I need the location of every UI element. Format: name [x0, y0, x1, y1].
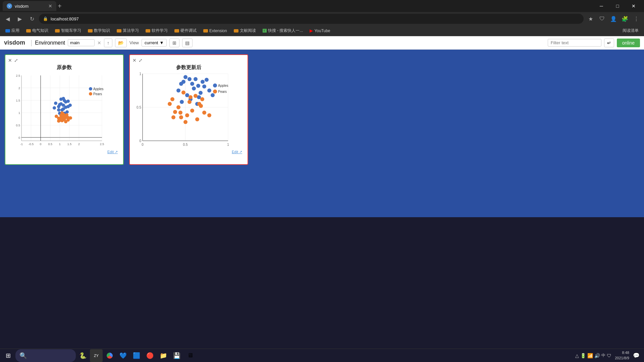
svg-text:0: 0	[142, 143, 144, 146]
panel-resize-icon[interactable]: ⤢	[14, 58, 18, 63]
svg-text:-1: -1	[20, 142, 23, 146]
env-clear-button[interactable]: ✕	[97, 40, 101, 46]
panel-controls-1: ✕ ⤢	[8, 58, 120, 63]
bookmark-kuaisou[interactable]: 🅺 快搜 - 搜索快人一...	[260, 27, 306, 34]
filter-submit-button[interactable]: ↵	[604, 39, 614, 47]
minimize-button[interactable]: ─	[594, 0, 609, 12]
view-dropdown[interactable]: current ▼	[142, 39, 167, 47]
svg-point-122	[171, 115, 175, 119]
svg-text:1: 1	[139, 72, 141, 76]
svg-point-109	[173, 110, 177, 114]
bookmark-math[interactable]: 数学知识	[85, 27, 113, 34]
scatter-chart-2: 1 0.5 0 0 0.5 1	[132, 72, 240, 154]
svg-text:1: 1	[18, 111, 20, 115]
svg-point-96	[202, 84, 206, 88]
svg-point-42	[54, 102, 57, 105]
shield-icon[interactable]: 🛡	[597, 14, 607, 24]
svg-text:2.5: 2.5	[100, 142, 104, 146]
svg-point-44	[66, 100, 70, 103]
svg-point-69	[65, 116, 68, 119]
address-bar: ◀ ▶ ↻ 🔒 localhost:8097 ★ 🛡 👤 🧩 ⋮	[0, 12, 644, 25]
toolbar-separator: |	[31, 39, 32, 47]
upload-button[interactable]: ↑	[104, 39, 112, 47]
svg-point-117	[183, 120, 187, 124]
svg-point-107	[176, 105, 180, 109]
legend-pear-label-1: Pears	[93, 92, 102, 96]
close-button[interactable]: ✕	[626, 0, 641, 12]
svg-text:0.5: 0.5	[183, 143, 188, 146]
plot-panel-updated: ✕ ⤢ 参数更新后	[129, 54, 248, 165]
svg-point-123	[200, 97, 204, 101]
panel-close-icon[interactable]: ✕	[8, 58, 12, 63]
legend-apple-dot-1	[89, 87, 92, 90]
svg-point-49	[53, 106, 56, 110]
bookmark-extension[interactable]: Extension	[201, 28, 230, 34]
svg-point-91	[176, 88, 180, 93]
apps-icon	[5, 29, 10, 33]
legend-apple-label-1: Apples	[93, 87, 104, 91]
panel-resize-icon-2[interactable]: ⤢	[139, 58, 143, 63]
visdom-logo: visdom	[4, 39, 25, 46]
legend-pear-label-2: Pears	[218, 90, 227, 94]
extension-icon[interactable]: 🧩	[620, 14, 630, 24]
svg-point-118	[207, 113, 211, 117]
new-tab-button[interactable]: +	[58, 3, 62, 9]
chart-area-2: 1 0.5 0 0 0.5 1	[132, 72, 245, 156]
bookmark-label: 数学知识	[94, 28, 110, 34]
bookmark-literature[interactable]: 文献阅读	[231, 27, 259, 34]
bookmark-youtube[interactable]: ▶ YouTube	[307, 27, 333, 34]
apples-points-2	[176, 75, 215, 106]
bookmark-star-icon[interactable]: ★	[586, 14, 596, 24]
svg-point-85	[187, 77, 192, 81]
forward-button[interactable]: ▶	[15, 14, 25, 24]
active-tab[interactable]: V visdom ✕	[3, 1, 56, 11]
svg-point-116	[195, 117, 199, 121]
panel-controls-2: ✕ ⤢	[132, 58, 245, 63]
svg-point-119	[178, 111, 182, 115]
svg-point-95	[194, 77, 198, 81]
svg-point-70	[62, 116, 65, 119]
layout-button[interactable]: ▤	[182, 39, 193, 47]
svg-point-108	[194, 94, 198, 98]
svg-point-89	[196, 84, 200, 88]
bookmark-apps[interactable]: 应用	[3, 27, 22, 34]
bookmark-software[interactable]: 软件学习	[143, 27, 170, 34]
bookmark-label: 软件学习	[152, 28, 168, 34]
svg-point-46	[57, 108, 60, 112]
bookmark-electric[interactable]: 电气知识	[23, 27, 51, 34]
svg-text:0.5: 0.5	[137, 106, 141, 109]
dropdown-arrow-icon: ▼	[159, 40, 164, 45]
svg-point-110	[185, 113, 189, 117]
folder-open-button[interactable]: 📂	[115, 39, 127, 47]
svg-point-121	[197, 102, 201, 106]
legend-pear-dot-1	[89, 92, 92, 96]
lock-icon: 🔒	[43, 16, 48, 21]
visdom-toolbar: visdom | Environment ✕ ↑ 📂 View current …	[0, 36, 644, 50]
reading-list-button[interactable]: 阅读清单	[620, 27, 641, 34]
maximize-button[interactable]: □	[610, 0, 625, 12]
edit-link-1[interactable]: Edit ↗	[107, 150, 118, 154]
bookmark-auto[interactable]: 智能车学习	[52, 27, 84, 34]
refresh-button[interactable]: ↻	[27, 14, 37, 24]
svg-point-113	[190, 109, 194, 113]
folder-icon	[117, 29, 121, 33]
bookmark-hardware[interactable]: 硬件调试	[172, 27, 199, 34]
tab-close-button[interactable]: ✕	[48, 3, 52, 9]
folder-icon	[234, 29, 238, 33]
filter-text-input[interactable]	[548, 39, 601, 47]
url-text: localhost:8097	[51, 16, 79, 21]
url-box[interactable]: 🔒 localhost:8097	[39, 14, 584, 24]
profile-icon[interactable]: 👤	[608, 14, 619, 24]
online-status-button[interactable]: online	[617, 39, 640, 47]
svg-text:1: 1	[227, 143, 229, 146]
back-button[interactable]: ◀	[3, 14, 13, 24]
bookmark-algo[interactable]: 算法学习	[114, 27, 142, 34]
menu-icon[interactable]: ⋮	[631, 14, 641, 24]
grid-view-button[interactable]: ⊞	[169, 39, 179, 47]
svg-point-38	[60, 108, 64, 112]
environment-input[interactable]	[68, 39, 95, 46]
panel-close-icon-2[interactable]: ✕	[132, 58, 137, 63]
edit-link-2[interactable]: Edit ↗	[232, 150, 242, 154]
legend-apple-dot-2	[213, 83, 217, 87]
legend-pear-dot-2	[213, 89, 217, 94]
